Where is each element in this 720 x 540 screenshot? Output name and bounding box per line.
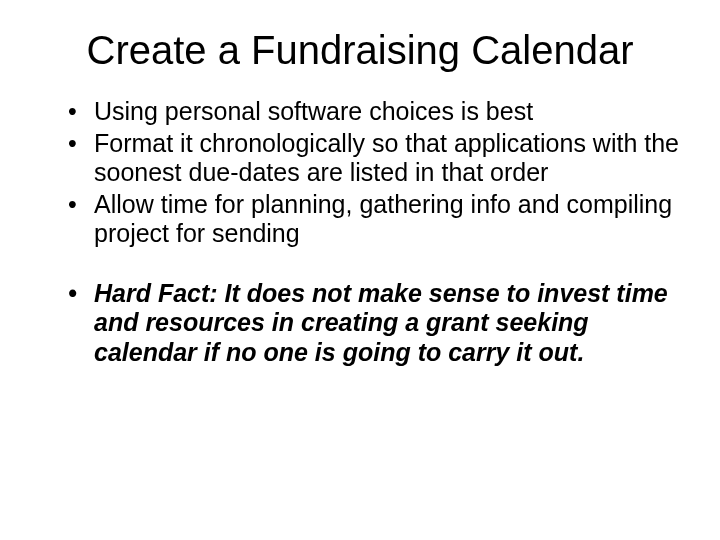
bullet-list-emphasis: Hard Fact: It does not make sense to inv… [40, 279, 680, 368]
list-item-hard-fact: Hard Fact: It does not make sense to inv… [68, 279, 680, 368]
list-item: Allow time for planning, gathering info … [68, 190, 680, 249]
list-item: Using personal software choices is best [68, 97, 680, 127]
slide: Create a Fundraising Calendar Using pers… [0, 0, 720, 540]
bullet-list: Using personal software choices is best … [40, 97, 680, 249]
spacer [40, 251, 680, 279]
slide-title: Create a Fundraising Calendar [40, 28, 680, 73]
list-item: Format it chronologically so that applic… [68, 129, 680, 188]
